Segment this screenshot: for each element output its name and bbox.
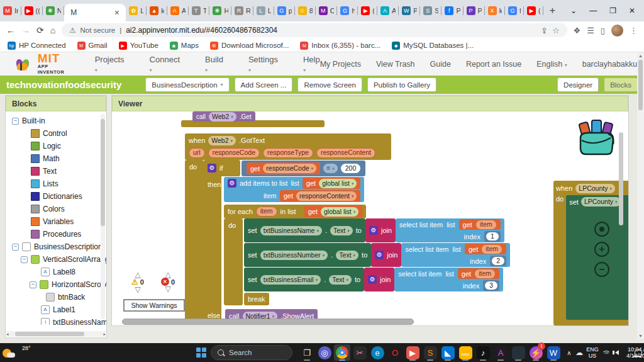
select-list-item-block[interactable]: select list item list get item index 2 — [401, 243, 510, 267]
browser-tab[interactable]: WP — [399, 0, 420, 21]
publish-gallery-button[interactable]: Publish to Gallery — [367, 77, 436, 92]
tree-vertical-scroll[interactable]: −VerticalScrollArrangen — [6, 253, 106, 266]
call-web2-get-block[interactable]: call Web2▾ .Get — [192, 111, 255, 122]
scroll-right-icon[interactable]: ▸ — [103, 332, 106, 337]
back-icon[interactable]: ← — [6, 25, 15, 35]
taskbar-search[interactable]: Search — [211, 345, 292, 360]
index-number-block[interactable]: 3 — [483, 280, 499, 291]
new-tab-button[interactable]: + — [543, 5, 562, 16]
variable-item[interactable]: item — [474, 269, 496, 279]
reading-list-icon[interactable]: ☰ — [587, 26, 594, 35]
when-do-spine[interactable] — [185, 160, 204, 323]
tray-chevron-icon[interactable]: ∧ — [565, 344, 574, 361]
language-menu[interactable]: English ▾ — [536, 60, 567, 69]
component-dropdown[interactable]: LPCounty▾ — [581, 197, 621, 206]
category-dictionaries[interactable]: Dictionaries — [6, 190, 106, 203]
warning-icon[interactable]: ⚠ — [69, 26, 75, 35]
browser-tab[interactable]: AA — [377, 0, 399, 21]
volume-icon[interactable] — [611, 344, 620, 361]
tree-btnback[interactable]: btnBack — [6, 291, 106, 303]
select-list-item-block[interactable]: select list item list get item index 1 — [396, 218, 504, 242]
designer-button[interactable]: Designer — [557, 77, 599, 92]
break-block[interactable]: break — [244, 293, 269, 305]
mutator-gear-icon[interactable]: ⚙ — [228, 179, 236, 188]
share-icon[interactable]: ⇪ — [541, 26, 548, 35]
param-responsecontent[interactable]: responseContent — [316, 148, 375, 158]
loop-var-item[interactable]: item — [256, 206, 277, 217]
account-menu[interactable]: barclayhabakkuk3@gmail.com ▾ — [582, 60, 644, 69]
browser-tab[interactable]: MC — [316, 0, 338, 21]
number-200-block[interactable]: 200 — [341, 164, 361, 173]
scrollbar-thumb[interactable] — [638, 60, 643, 110]
mutator-gear-icon[interactable]: ⚙ — [375, 251, 384, 259]
scroll-up-icon[interactable]: ▲ — [638, 54, 643, 58]
minimize-icon[interactable]: — — [589, 6, 597, 15]
menu-kebab-icon[interactable]: ⋮ — [630, 26, 638, 35]
extensions-icon[interactable]: ❖ — [574, 26, 581, 35]
media-player-button[interactable]: ▶ — [404, 344, 421, 361]
explorer-button[interactable]: ▬ — [457, 344, 474, 361]
get-global-list-block[interactable]: get global list▾ — [303, 178, 361, 189]
palette-scrollbar[interactable] — [101, 114, 105, 319]
show-warnings-button[interactable]: Show Warnings — [123, 299, 185, 312]
tab-list-icon[interactable]: ⌄ — [570, 6, 577, 15]
menu-build[interactable]: Build ▾ — [205, 55, 223, 74]
collapse-icon[interactable]: − — [30, 281, 36, 288]
bookmark[interactable]: ▶YouTube — [119, 42, 158, 50]
param-responsecode[interactable]: responseCode — [208, 148, 260, 158]
edge-button[interactable]: e — [369, 344, 386, 361]
category-control[interactable]: Control — [6, 127, 106, 140]
component-dropdown[interactable]: txtBusinessNumber▾ — [260, 251, 328, 260]
property-dropdown[interactable]: Text▾ — [336, 251, 358, 260]
bookmark[interactable]: ◆MySQL Databases |... — [392, 42, 474, 50]
browser-tab[interactable]: RR — [231, 0, 253, 21]
messenger-button[interactable]: ⚡ 1 — [528, 344, 544, 361]
for-each-block[interactable]: for each item in list get global list▾ — [224, 205, 366, 218]
collapse-icon[interactable]: − — [21, 256, 28, 263]
set-txtbusinessname-block[interactable]: set txtBusinessName▾. Text▾ to — [244, 218, 365, 242]
palette-hscrollbar[interactable]: ◂▸ — [6, 331, 106, 337]
blocks-canvas[interactable]: call Web2▾ .Get when Web2▾ .GotText url … — [112, 111, 628, 325]
meet-button[interactable]: ◎ — [316, 344, 333, 361]
get-global-list-block[interactable]: get global list▾ — [304, 206, 363, 217]
browser-tab[interactable]: TT — [189, 0, 210, 21]
scroll-left-icon[interactable]: ◂ — [6, 332, 9, 337]
collapse-down-icon[interactable]: ▽ — [157, 286, 179, 292]
link-report-issue[interactable]: Report an Issue — [466, 60, 521, 69]
category-text[interactable]: Text — [6, 165, 106, 178]
param-url[interactable]: url — [189, 148, 205, 158]
join-block[interactable]: ⚙ join — [364, 268, 394, 291]
tree-builtin[interactable]: −Built-in — [6, 115, 106, 127]
when-lpcounty-block[interactable]: when LPCounty▾ do set LPCounty▾ — [553, 181, 628, 325]
select-list-item-block[interactable]: select list item list get item index 3 — [394, 268, 503, 291]
get-responsecode-block[interactable]: get responseCode▾ — [247, 162, 320, 174]
category-variables[interactable]: Variables — [6, 215, 106, 228]
add-items-to-list-block[interactable]: ⚙ add items to list list get global list… — [224, 177, 364, 202]
browser-tab[interactable]: ❋N — [43, 0, 65, 21]
menu-settings[interactable]: Settings ▾ — [248, 55, 278, 74]
variable-dropdown[interactable]: responseContent▾ — [296, 191, 357, 201]
zoom-out-icon[interactable]: − — [594, 262, 609, 277]
canvas-vscrollbar-thumb[interactable] — [619, 132, 623, 225]
mutator-gear-icon[interactable]: ⚙ — [368, 275, 377, 284]
link-guide[interactable]: Guide — [430, 60, 451, 69]
browser-tab[interactable]: ▲k — [147, 0, 167, 21]
browser-tab[interactable]: ▶( — [358, 0, 377, 21]
param-responsetype[interactable]: responseType — [263, 148, 313, 158]
tree-label8[interactable]: ALabel8 — [6, 266, 106, 278]
forward-icon[interactable]: → — [21, 25, 30, 35]
join-block[interactable]: ⚙ join — [365, 218, 396, 242]
component-dropdown[interactable]: txtBusinessName▾ — [260, 226, 322, 235]
browser-tab[interactable]: Gp — [274, 0, 295, 21]
index-number-block[interactable]: 1 — [484, 231, 501, 242]
notifications-bell-icon[interactable] — [634, 344, 643, 361]
browser-tab[interactable]: ▶(( — [21, 0, 43, 21]
word-button[interactable]: W — [545, 344, 562, 361]
mutator-gear-icon[interactable]: ⚙ — [369, 226, 378, 235]
variable-dropdown[interactable]: responseCode▾ — [263, 164, 316, 173]
category-procedures[interactable]: Procedures — [6, 228, 106, 240]
category-colors[interactable]: Colors — [6, 203, 106, 215]
canvas-hscrollbar-thumb[interactable] — [122, 319, 414, 325]
when-web2-gottext-block[interactable]: when Web2▾ .GotText url responseCode res… — [185, 133, 391, 160]
component-dropdown[interactable]: Web2▾ — [209, 112, 236, 122]
